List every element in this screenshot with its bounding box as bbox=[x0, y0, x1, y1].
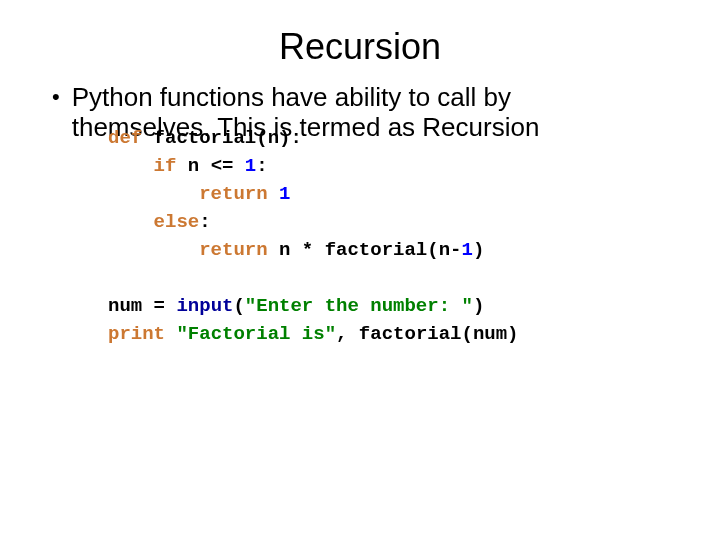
code-num-1b: 1 bbox=[279, 183, 290, 205]
code-keyword-def: def bbox=[108, 127, 154, 149]
code-close: ) bbox=[473, 295, 484, 317]
slide: Recursion • Python functions have abilit… bbox=[0, 0, 720, 540]
code-paren: (n): bbox=[256, 127, 302, 149]
code-fn-name: factorial bbox=[154, 127, 257, 149]
code-keyword-return-1: return bbox=[199, 183, 279, 205]
code-builtin-input: input bbox=[176, 295, 233, 317]
code-colon-1: : bbox=[256, 155, 267, 177]
bullet-dot: • bbox=[52, 82, 60, 112]
code-keyword-if: if bbox=[154, 155, 188, 177]
code-keyword-print: print bbox=[108, 323, 176, 345]
code-rest: , factorial(num) bbox=[336, 323, 518, 345]
code-string-1: "Enter the number: " bbox=[245, 295, 473, 317]
code-expr-1: n * factorial(n- bbox=[279, 239, 461, 261]
code-keyword-return-2: return bbox=[199, 239, 279, 261]
code-colon-2: : bbox=[199, 211, 210, 233]
code-expr-2: ) bbox=[473, 239, 484, 261]
code-keyword-else: else bbox=[154, 211, 200, 233]
code-cond: n <= bbox=[188, 155, 245, 177]
code-block: def factorial(n): if n <= 1: return 1 el… bbox=[108, 124, 680, 348]
code-num-1a: 1 bbox=[245, 155, 256, 177]
code-var-num: num = bbox=[108, 295, 176, 317]
code-string-2: "Factorial is" bbox=[176, 323, 336, 345]
code-open: ( bbox=[233, 295, 244, 317]
code-num-1c: 1 bbox=[461, 239, 472, 261]
slide-title: Recursion bbox=[40, 26, 680, 68]
